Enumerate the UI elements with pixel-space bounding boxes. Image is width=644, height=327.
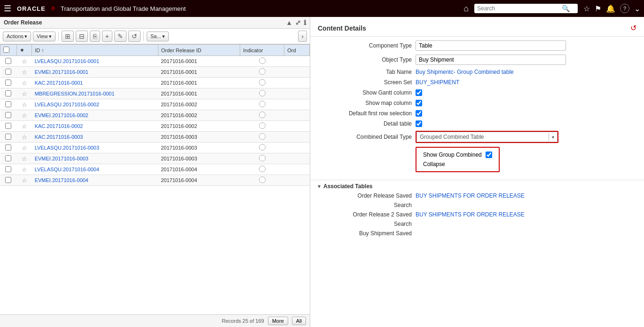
refresh-icon[interactable]: ↺ — [630, 24, 636, 32]
row-checkbox[interactable] — [5, 90, 11, 96]
order-release-2-saved-value[interactable]: BUY SHIPMENTS FOR ORDER RELEASE — [416, 211, 525, 218]
row-star-cell[interactable]: ☆ — [16, 110, 31, 121]
row-checkbox[interactable] — [5, 155, 11, 161]
flag-icon[interactable]: ⚑ — [595, 4, 601, 13]
detail-table-checkbox[interactable] — [416, 120, 422, 127]
row-checkbox[interactable] — [5, 177, 11, 183]
screen-set-row: Screen Set BUY_SHIPMENT — [318, 79, 636, 86]
object-type-row: Object Type — [318, 55, 636, 65]
row-release-id-cell: 20171016-0002 — [158, 121, 240, 132]
refresh-button[interactable]: ↺ — [128, 31, 141, 42]
all-button[interactable]: All — [292, 317, 306, 325]
table-row: ☆ KAC.20171016-0001 20171016-0001 — [0, 78, 310, 88]
row-checkbox[interactable] — [5, 69, 11, 75]
default-first-row-checkbox[interactable] — [416, 110, 422, 117]
show-map-label: Show map column — [318, 100, 412, 106]
row-id-cell[interactable]: KAC.20171016-0001 — [32, 78, 158, 88]
row-star-cell[interactable]: ☆ — [16, 56, 31, 67]
save-button[interactable]: Sa... ▾ — [147, 32, 169, 41]
edit-button[interactable]: ✎ — [114, 31, 126, 42]
row-star-cell[interactable]: ☆ — [16, 67, 31, 78]
row-release-id-cell: 20171016-0004 — [158, 175, 240, 186]
row-id-cell[interactable]: LVELASQU.20171016-0002 — [32, 99, 158, 110]
row-indicator-cell — [240, 78, 284, 88]
row-checkbox[interactable] — [5, 112, 11, 118]
release-id-header-label: Order Release ID — [161, 48, 202, 53]
row-checkbox[interactable] — [5, 134, 11, 140]
next-button[interactable]: › — [298, 31, 307, 42]
search-icon[interactable]: 🔍 — [562, 5, 570, 12]
bell-icon[interactable]: 🔔 — [606, 4, 615, 13]
release-id-column-header[interactable]: Order Release ID — [158, 45, 240, 56]
chevron-down-icon[interactable]: ⌄ — [634, 4, 640, 13]
right-panel-header: Content Details ↺ — [310, 22, 644, 37]
search-input[interactable] — [477, 5, 562, 12]
row-checkbox[interactable] — [5, 144, 11, 151]
combined-detail-dropdown-arrow-icon[interactable]: ▾ — [549, 133, 557, 141]
row-id-cell[interactable]: LVELASQU.20171016-0001 — [32, 56, 158, 67]
tab-name-label: Tab Name — [318, 69, 412, 75]
row-star-cell[interactable]: ☆ — [16, 121, 31, 132]
combined-detail-highlight-box: ▾ — [416, 131, 558, 143]
row-star-cell[interactable]: ☆ — [16, 132, 31, 143]
ord-column-header[interactable]: Ord — [284, 45, 310, 56]
copy-button[interactable]: ⎘ — [90, 31, 100, 42]
info-icon[interactable]: ℹ — [304, 19, 306, 26]
show-map-checkbox[interactable] — [416, 100, 422, 106]
row-checkbox[interactable] — [5, 58, 11, 64]
panel-header-icons: ▲ ⤢ ℹ — [286, 19, 306, 26]
combined-detail-type-input[interactable] — [417, 132, 549, 142]
object-type-input[interactable] — [416, 55, 566, 65]
row-star-cell[interactable]: ☆ — [16, 164, 31, 175]
row-star-cell[interactable]: ☆ — [16, 78, 31, 88]
main-layout: Order Release ▲ ⤢ ℹ Actions ▾ View ▾ ⊞ ⊟… — [0, 17, 644, 327]
row-checkbox[interactable] — [5, 166, 11, 172]
row-id-cell[interactable]: LVELASQU.20171016-0003 — [32, 143, 158, 153]
show-gantt-checkbox[interactable] — [416, 89, 422, 96]
indicator-circle-icon — [259, 57, 266, 64]
row-id-cell[interactable]: KAC.20171016-0003 — [32, 132, 158, 143]
row-id-cell[interactable]: EVMEI.20171016-0004 — [32, 175, 158, 186]
row-checkbox-cell — [0, 99, 17, 110]
select-all-checkbox[interactable] — [3, 47, 9, 53]
row-star-cell[interactable]: ☆ — [16, 88, 31, 99]
actions-button[interactable]: Actions ▾ — [3, 32, 31, 41]
more-button[interactable]: More — [268, 317, 288, 325]
table-row: ☆ KAC.20171016-0002 20171016-0002 — [0, 121, 310, 132]
order-release-saved-value[interactable]: BUY SHIPMENTS FOR ORDER RELEASE — [416, 192, 525, 199]
id-column-header[interactable]: ID ↑ — [32, 45, 158, 56]
screen-set-value[interactable]: BUY_SHIPMENT — [416, 79, 459, 86]
add-button[interactable]: + — [102, 31, 112, 42]
row-checkbox[interactable] — [5, 101, 11, 107]
favorites-icon[interactable]: ☆ — [583, 4, 590, 13]
row-id-cell[interactable]: EVMEI.20171016-0002 — [32, 110, 158, 121]
row-star-cell[interactable]: ☆ — [16, 143, 31, 153]
expand-icon[interactable]: ⤢ — [295, 19, 301, 26]
hamburger-menu-icon[interactable]: ☰ — [4, 3, 11, 14]
row-checkbox[interactable] — [5, 123, 11, 129]
row-checkbox[interactable] — [5, 80, 11, 86]
home-icon[interactable]: ⌂ — [463, 4, 469, 14]
table-footer: Records 25 of 169 More All — [0, 314, 310, 327]
indicator-column-header[interactable]: Indicator — [240, 45, 284, 56]
row-id-cell[interactable]: EVMEI.20171016-0003 — [32, 153, 158, 164]
combined-detail-type-dropdown[interactable]: ▾ — [416, 132, 558, 142]
row-id-cell[interactable]: KAC.20171016-0002 — [32, 121, 158, 132]
row-star-cell[interactable]: ☆ — [16, 153, 31, 164]
view-button[interactable]: View ▾ — [33, 32, 55, 41]
component-type-input[interactable] — [416, 40, 566, 51]
content-details-title: Content Details — [318, 24, 366, 32]
row-indicator-cell — [240, 88, 284, 99]
associated-tables-section[interactable]: ▾ Associated Tables — [310, 180, 644, 192]
row-id-cell[interactable]: EVMEI.20171016-0001 — [32, 67, 158, 78]
row-id-cell[interactable]: MBREGRESSION.20171016-0001 — [32, 88, 158, 99]
help-icon[interactable]: ? — [620, 4, 629, 13]
row-star-cell[interactable]: ☆ — [16, 175, 31, 186]
row-star-cell[interactable]: ☆ — [16, 99, 31, 110]
collapse-up-icon[interactable]: ▲ — [286, 19, 292, 26]
group-button[interactable]: ⊟ — [76, 31, 88, 42]
show-group-combined-checkbox[interactable] — [486, 152, 492, 158]
row-id-cell[interactable]: LVELASQU.20171016-0004 — [32, 164, 158, 175]
columns-button[interactable]: ⊞ — [62, 31, 74, 42]
tab-name-value[interactable]: Buy Shipmentc- Group Combined table — [416, 69, 514, 75]
